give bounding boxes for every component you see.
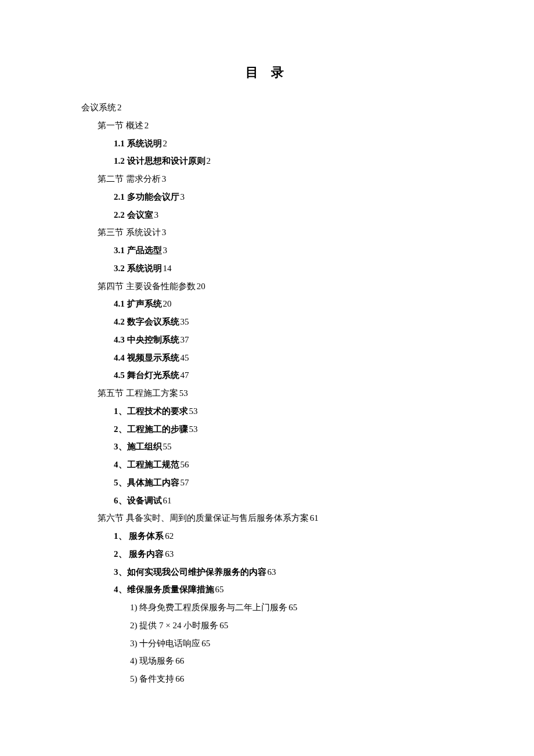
toc-entry-label: 2.1 多功能会议厅	[114, 192, 179, 201]
toc-entry: 4.4 视频显示系统45	[114, 349, 453, 367]
toc-entry: 第三节 系统设计3	[98, 224, 453, 242]
toc-entry-page: 65	[288, 603, 297, 612]
toc-entry-label: 4.3 中央控制系统	[114, 335, 179, 344]
toc-entry-label: 2、工程施工的步骤	[114, 424, 188, 434]
toc-entry-page: 14	[163, 264, 172, 273]
toc-entry-label: 3、施工组织	[114, 442, 162, 451]
toc-entry: 2.1 多功能会议厅3	[114, 188, 453, 206]
toc-entry: 4.1 扩声系统20	[114, 295, 453, 313]
toc-entry-label: 4、维保服务质量保障措施	[114, 585, 214, 594]
toc-entry-label: 5) 备件支持	[130, 674, 174, 683]
toc-entry: 4.3 中央控制系统37	[114, 331, 453, 349]
toc-entry-label: 4.4 视频显示系统	[114, 353, 179, 362]
toc-entry: 2.2 会议室3	[114, 206, 453, 224]
toc-entry-label: 第一节 概述	[98, 121, 143, 130]
toc-entry-label: 3.2 系统说明	[114, 264, 162, 273]
toc-container: 会议系统2第一节 概述21.1 系统说明21.2 设计思想和设计原则2第二节 需…	[81, 99, 453, 688]
toc-entry: 1) 终身免费工程质保服务与二年上门服务65	[130, 599, 453, 617]
toc-entry-page: 62	[165, 531, 174, 541]
toc-entry-page: 2	[117, 103, 122, 112]
toc-entry-page: 3	[162, 228, 167, 237]
toc-entry-label: 3、如何实现我公司维护保养服务的内容	[114, 567, 266, 577]
toc-entry-label: 第二节 需求分析	[98, 174, 161, 183]
toc-entry: 第五节 工程施工方案53	[98, 384, 453, 402]
toc-entry: 6、设备调试61	[114, 492, 453, 510]
toc-entry: 3、施工组织55	[114, 438, 453, 456]
toc-entry-page: 63	[165, 549, 174, 559]
toc-entry-label: 第五节 工程施工方案	[98, 388, 178, 398]
toc-entry-page: 3	[162, 174, 167, 183]
toc-entry-page: 65	[201, 639, 210, 648]
toc-entry-label: 1.2 设计思想和设计原则	[114, 156, 205, 165]
toc-entry: 第四节 主要设备性能参数20	[98, 278, 453, 296]
toc-entry: 3、如何实现我公司维护保养服务的内容63	[114, 563, 453, 581]
toc-entry-label: 2.2 会议室	[114, 210, 153, 219]
toc-entry-page: 65	[219, 621, 228, 630]
toc-entry-page: 53	[179, 388, 188, 398]
toc-entry-label: 1.1 系统说明	[114, 139, 162, 148]
toc-entry-label: 6、设备调试	[114, 496, 162, 505]
toc-entry: 4.2 数字会议系统35	[114, 313, 453, 331]
toc-entry-label: 4.1 扩声系统	[114, 299, 162, 308]
toc-entry-label: 4、工程施工规范	[114, 460, 179, 469]
toc-entry-label: 3.1 产品选型	[114, 246, 162, 255]
toc-entry: 3.2 系统说明14	[114, 260, 453, 278]
toc-entry-page: 20	[163, 299, 172, 308]
toc-entry-page: 2	[145, 121, 149, 130]
toc-entry-label: 会议系统	[81, 103, 116, 112]
toc-entry: 第一节 概述2	[98, 117, 453, 135]
toc-entry: 4、工程施工规范56	[114, 456, 453, 474]
toc-entry: 4、维保服务质量保障措施65	[114, 581, 453, 599]
toc-entry-label: 3) 十分钟电话响应	[130, 639, 200, 648]
toc-entry-page: 35	[181, 317, 189, 326]
toc-entry: 会议系统2	[81, 99, 453, 117]
toc-entry-page: 66	[175, 656, 184, 665]
toc-entry-page: 65	[215, 585, 224, 594]
document-page: 目 录 会议系统2第一节 概述21.1 系统说明21.2 设计思想和设计原则2第…	[0, 0, 534, 723]
toc-entry-label: 4) 现场服务	[130, 656, 174, 665]
toc-entry-page: 3	[163, 246, 168, 255]
toc-entry: 5、具体施工内容57	[114, 474, 453, 492]
toc-entry-page: 45	[181, 353, 189, 362]
toc-entry-page: 55	[163, 442, 172, 451]
toc-entry: 3) 十分钟电话响应65	[130, 635, 453, 653]
toc-entry-label: 5、具体施工内容	[114, 478, 179, 487]
toc-entry-page: 53	[189, 424, 198, 434]
toc-entry-label: 4.5 舞台灯光系统	[114, 370, 179, 380]
toc-entry-label: 2、 服务内容	[114, 549, 164, 559]
toc-entry-page: 63	[268, 567, 276, 577]
toc-entry-label: 1) 终身免费工程质保服务与二年上门服务	[130, 603, 287, 612]
toc-entry: 1.1 系统说明2	[114, 135, 453, 153]
toc-entry: 2、工程施工的步骤53	[114, 420, 453, 438]
toc-entry-label: 第六节 具备实时、周到的质量保证与售后服务体系方案	[98, 513, 309, 523]
toc-entry: 4) 现场服务66	[130, 652, 453, 670]
toc-entry-page: 57	[181, 478, 189, 487]
toc-entry: 4.5 舞台灯光系统47	[114, 366, 453, 384]
toc-entry: 5) 备件支持66	[130, 670, 453, 688]
toc-entry-page: 61	[310, 513, 319, 523]
toc-entry-page: 3	[181, 192, 185, 201]
toc-entry: 3.1 产品选型3	[114, 242, 453, 260]
toc-entry-page: 37	[181, 335, 189, 344]
toc-entry: 1、工程技术的要求53	[114, 402, 453, 420]
toc-entry-page: 47	[181, 370, 189, 380]
toc-entry: 1.2 设计思想和设计原则2	[114, 152, 453, 170]
toc-entry-page: 56	[181, 460, 189, 469]
toc-entry-page: 20	[197, 282, 205, 291]
toc-entry: 2、 服务内容63	[114, 545, 453, 563]
toc-entry: 2) 提供 7 × 24 小时服务65	[130, 617, 453, 635]
toc-entry-label: 1、工程技术的要求	[114, 406, 188, 416]
toc-entry-label: 1、 服务体系	[114, 531, 164, 541]
toc-entry: 第六节 具备实时、周到的质量保证与售后服务体系方案61	[98, 509, 453, 527]
toc-entry-page: 61	[163, 496, 172, 505]
toc-entry-page: 66	[175, 674, 184, 683]
toc-entry: 1、 服务体系62	[114, 527, 453, 545]
toc-entry-label: 2) 提供 7 × 24 小时服务	[130, 621, 218, 630]
toc-entry-label: 4.2 数字会议系统	[114, 317, 179, 326]
toc-entry-label: 第三节 系统设计	[98, 228, 161, 237]
toc-entry-page: 2	[163, 139, 168, 148]
toc-title: 目 录	[81, 64, 453, 81]
toc-entry-label: 第四节 主要设备性能参数	[98, 282, 196, 291]
toc-entry: 第二节 需求分析3	[98, 170, 453, 188]
toc-entry-page: 2	[207, 156, 211, 165]
